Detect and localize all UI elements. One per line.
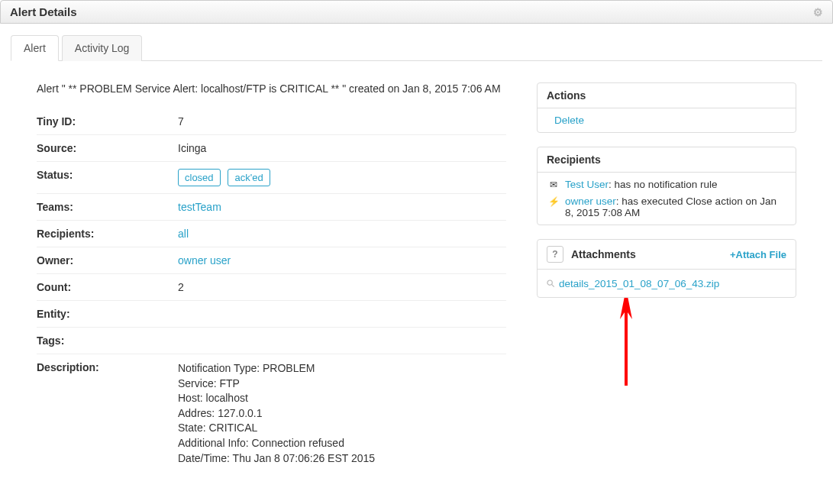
tab-alert[interactable]: Alert — [11, 35, 59, 61]
recipients-header: Recipients — [538, 147, 796, 173]
alert-summary: Alert " ** PROBLEM Service Alert: localh… — [37, 82, 506, 95]
description-line: Date/Time: Thu Jan 8 07:06:26 EST 2015 — [178, 451, 506, 467]
recipient-row: ✉ Test User: has no notification rule — [547, 179, 786, 191]
label-count: Count: — [37, 281, 178, 293]
status-badge-acked: ack'ed — [228, 169, 270, 186]
label-owner: Owner: — [37, 254, 178, 267]
sidebar: Actions Delete Recipients ✉ Test User: h… — [537, 82, 796, 312]
help-icon[interactable]: ? — [547, 246, 563, 263]
attachments-panel: ? Attachments +Attach File ⚲ details_201… — [537, 239, 796, 298]
attachments-header: Attachments — [571, 248, 636, 260]
row-owner: Owner: owner user — [37, 247, 506, 274]
recipient-name[interactable]: Test User — [565, 179, 609, 190]
tab-activity-log[interactable]: Activity Log — [62, 35, 143, 61]
row-tiny-id: Tiny ID: 7 — [37, 108, 506, 135]
annotation-arrow-icon — [615, 298, 638, 389]
actions-panel: Actions Delete — [537, 82, 796, 133]
recipient-name[interactable]: owner user — [565, 195, 616, 207]
attachment-file[interactable]: details_2015_01_08_07_06_43.zip — [559, 278, 719, 289]
value-source: Icinga — [178, 142, 506, 154]
value-status: closed ack'ed — [178, 169, 506, 186]
label-tiny-id: Tiny ID: — [37, 115, 178, 128]
value-tiny-id: 7 — [178, 115, 506, 128]
recipient-text: : has no notification rule — [609, 179, 718, 190]
page-title: Alert Details — [10, 5, 77, 18]
description-line: State: CRITICAL — [178, 421, 506, 436]
mail-icon: ✉ — [547, 179, 560, 191]
label-recipients: Recipients: — [37, 228, 178, 240]
recipients-panel: Recipients ✉ Test User: has no notificat… — [537, 147, 796, 225]
description-line: Host: localhost — [178, 391, 506, 406]
attachment-row: ⚲ details_2015_01_08_07_06_43.zip — [547, 276, 786, 291]
attach-file-button[interactable]: +Attach File — [730, 249, 786, 260]
label-source: Source: — [37, 142, 178, 154]
row-count: Count: 2 — [37, 274, 506, 301]
label-entity: Entity: — [37, 308, 178, 320]
row-tags: Tags: — [37, 328, 506, 354]
row-status: Status: closed ack'ed — [37, 162, 506, 194]
row-teams: Teams: testTeam — [37, 194, 506, 221]
actions-header: Actions — [538, 83, 796, 108]
status-badge-closed: closed — [178, 169, 221, 186]
label-status: Status: — [37, 169, 178, 181]
paperclip-icon: ⚲ — [544, 276, 557, 290]
title-bar: Alert Details ⚙ — [0, 0, 833, 24]
description-line: Additional Info: Connection refused — [178, 436, 506, 451]
value-teams[interactable]: testTeam — [178, 201, 221, 213]
value-description: Notification Type: PROBLEM Service: FTP … — [178, 361, 506, 466]
label-tags: Tags: — [37, 334, 178, 347]
gear-icon[interactable]: ⚙ — [813, 6, 823, 18]
description-line: Service: FTP — [178, 376, 506, 392]
label-teams: Teams: — [37, 201, 178, 213]
row-source: Source: Icinga — [37, 135, 506, 162]
tab-bar: Alert Activity Log — [11, 34, 822, 61]
bolt-icon: ⚡ — [547, 195, 560, 208]
row-entity: Entity: — [37, 301, 506, 328]
value-owner[interactable]: owner user — [178, 254, 231, 267]
main-details: Alert " ** PROBLEM Service Alert: localh… — [37, 82, 506, 473]
label-description: Description: — [37, 361, 178, 373]
action-delete[interactable]: Delete — [547, 115, 584, 126]
row-description: Description: Notification Type: PROBLEM … — [37, 354, 506, 473]
recipient-row: ⚡ owner user: has executed Close action … — [547, 195, 786, 218]
row-recipients: Recipients: all — [37, 221, 506, 247]
description-line: Addres: 127.0.0.1 — [178, 406, 506, 422]
value-count: 2 — [178, 281, 506, 293]
description-line: Notification Type: PROBLEM — [178, 361, 506, 376]
value-recipients[interactable]: all — [178, 228, 189, 240]
